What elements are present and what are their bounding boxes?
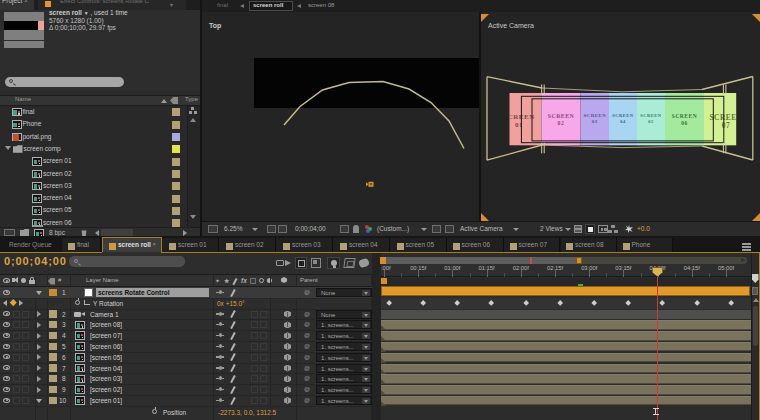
svg-text:03: 03: [592, 119, 598, 124]
svg-text:04: 04: [620, 119, 626, 124]
svg-text:SCREEN: SCREEN: [672, 113, 697, 119]
svg-text:SCREEN: SCREEN: [640, 113, 662, 118]
svg-text:SCREEN: SCREEN: [583, 113, 606, 118]
svg-text:SCREEN: SCREEN: [548, 113, 575, 119]
svg-text:SCREEN: SCREEN: [612, 113, 634, 118]
svg-text:06: 06: [681, 120, 688, 126]
svg-text:05: 05: [648, 119, 654, 124]
svg-text:02: 02: [558, 120, 565, 126]
svg-text:07: 07: [722, 121, 730, 130]
